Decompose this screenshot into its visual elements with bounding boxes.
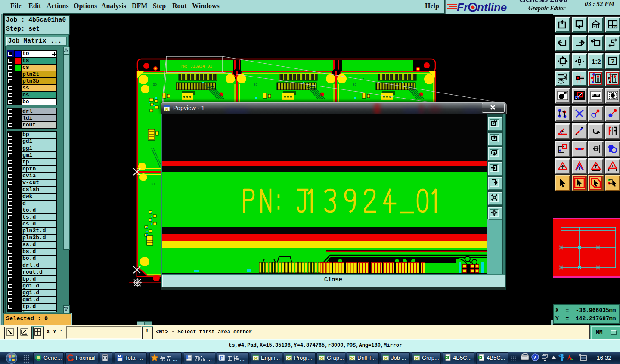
svg-text:Fr: Fr — [457, 1, 469, 14]
svg-text:*: * — [363, 77, 364, 81]
svg-text:*: * — [264, 77, 265, 81]
svg-text:?: ? — [611, 58, 615, 65]
svg-text:1:2: 1:2 — [592, 58, 601, 65]
svg-text:16:32: 16:32 — [597, 355, 611, 361]
svg-text:x: x — [25, 332, 27, 334]
svg-text:XY: XY — [614, 26, 617, 28]
svg-text:?: ? — [533, 355, 536, 361]
svg-text:ntline: ntline — [477, 1, 507, 14]
svg-text:30: 30 — [153, 83, 157, 86]
svg-text:PN: J13924_01: PN: J13924_01 — [180, 64, 212, 69]
svg-text:30: 30 — [254, 83, 257, 86]
svg-text:30: 30 — [151, 182, 155, 186]
svg-text:30: 30 — [353, 83, 356, 86]
